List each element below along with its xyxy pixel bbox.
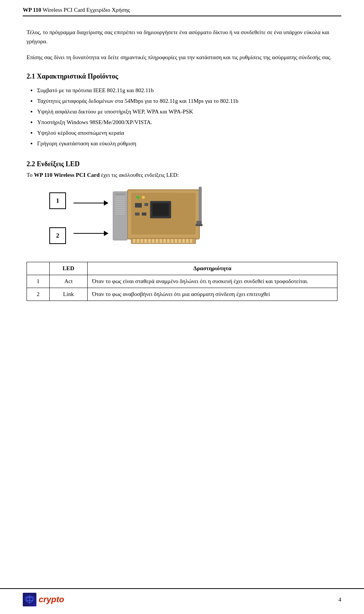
svg-rect-17	[115, 206, 125, 207]
svg-rect-27	[148, 239, 151, 243]
table-cell-led: Act	[50, 275, 88, 288]
footer-page-number: 4	[339, 597, 342, 603]
header-title-rest: Wireless PCI Card Εγχειρίδιο Χρήσης	[41, 7, 130, 13]
table-cell-desc: Όταν το φως είναι σταθερά αναμμένο δηλών…	[88, 275, 337, 288]
table-cell-number: 2	[27, 288, 50, 301]
svg-point-8	[136, 196, 140, 199]
led-intro-bold: WP 110 Wireless PCI Card	[34, 172, 99, 178]
svg-rect-32	[167, 239, 169, 243]
svg-rect-15	[115, 202, 125, 203]
svg-rect-25	[141, 239, 143, 243]
svg-rect-14	[115, 200, 125, 201]
svg-rect-24	[137, 239, 139, 243]
arrows-column	[74, 188, 108, 249]
svg-rect-12	[115, 197, 125, 197]
svg-rect-31	[163, 239, 166, 243]
svg-rect-21	[115, 214, 125, 214]
arrow-line-1	[74, 203, 104, 203]
svg-rect-6	[135, 213, 140, 216]
arrow-1	[74, 200, 108, 206]
svg-rect-29	[156, 239, 158, 243]
section2-title: 2.2 Ενδείξεις LED	[27, 160, 337, 168]
svg-rect-19	[115, 210, 125, 211]
feature-bullet: Υψηλού κέρδους αποσπώμενη κεραία	[30, 128, 337, 137]
svg-rect-23	[133, 239, 135, 243]
led-table: LED Δραστηριότητα 1ActΌταν το φως είναι …	[27, 262, 337, 301]
arrow-2	[74, 231, 108, 236]
led-intro-text: Το WP 110 Wireless PCI Card έχει τις ακό…	[27, 172, 337, 178]
svg-rect-28	[152, 239, 154, 243]
feature-bullet: Γρήγορη εγκατάσταση και εύκολη ρύθμιση	[30, 139, 337, 148]
svg-point-9	[142, 196, 145, 199]
table-col-activity: Δραστηριότητα	[88, 262, 337, 275]
svg-rect-13	[115, 198, 125, 199]
table-cell-led: Link	[50, 288, 88, 301]
arrowhead-2	[104, 231, 108, 236]
footer-logo-text: crypto	[39, 595, 64, 605]
crypto-shield-icon	[24, 594, 35, 605]
intro-para2: Επίσης σας δίνει τη δυνατότητα να δείτε …	[27, 53, 337, 62]
svg-rect-39	[199, 187, 202, 223]
main-content: Τέλος, το πρόγραμμα διαχείρισης σας επιτ…	[23, 28, 341, 301]
svg-rect-30	[160, 239, 162, 243]
led-labels-column: 1 2	[49, 192, 66, 244]
diagram-area: 1 2	[49, 186, 337, 250]
table-col-number	[27, 262, 50, 275]
svg-rect-35	[179, 239, 181, 243]
svg-rect-11	[115, 194, 125, 195]
svg-rect-38	[190, 239, 192, 243]
svg-rect-33	[171, 239, 173, 243]
table-row: 2LinkΌταν το φως αναβοσβήνει δηλώνει ότι…	[27, 288, 337, 301]
svg-rect-20	[115, 212, 125, 213]
svg-rect-26	[144, 239, 147, 243]
led-label-2: 2	[49, 227, 66, 244]
svg-rect-41	[196, 224, 202, 226]
feature-bullet: Ταχύτητες μεταφοράς δεδομένων στα 54Mbps…	[30, 96, 337, 105]
arrow-line-2	[74, 233, 104, 234]
page: WP 110 Wireless PCI Card Εγχειρίδιο Χρήσ…	[0, 0, 364, 614]
table-row: 1ActΌταν το φως είναι σταθερά αναμμένο δ…	[27, 275, 337, 288]
svg-rect-7	[142, 213, 146, 216]
svg-rect-34	[175, 239, 177, 243]
crypto-logo-icon	[23, 593, 36, 606]
table-col-led: LED	[50, 262, 88, 275]
header-title-bold: WP 110	[23, 7, 41, 13]
features-list: Συμβατό με τα πρότυπα IEEE 802.11g και 8…	[27, 86, 337, 148]
feature-bullet: Υποστήριξη Windows 98SE/Me/2000/XP/VISTA…	[30, 118, 337, 127]
section1-title: 2.1 Χαρακτηριστικά Προϊόντος	[27, 72, 337, 80]
intro-para1: Τέλος, το πρόγραμμα διαχείρισης σας επιτ…	[27, 28, 337, 46]
arrowhead-1	[104, 200, 108, 206]
svg-rect-3	[152, 203, 169, 216]
page-footer: crypto 4	[0, 588, 364, 606]
table-cell-number: 1	[27, 275, 50, 288]
footer-logo: crypto	[23, 593, 64, 606]
feature-bullet: Συμβατό με τα πρότυπα IEEE 802.11g και 8…	[30, 86, 337, 95]
svg-rect-4	[135, 203, 142, 208]
feature-bullet: Υψηλή ασφάλεια δικτύου με υποστήριξη WEP…	[30, 107, 337, 116]
svg-rect-5	[144, 203, 148, 206]
led-label-1: 1	[49, 192, 66, 209]
svg-rect-37	[186, 239, 188, 243]
svg-rect-16	[115, 204, 125, 205]
page-header: WP 110 Wireless PCI Card Εγχειρίδιο Χρήσ…	[23, 0, 341, 16]
svg-rect-18	[115, 208, 125, 209]
table-cell-desc: Όταν το φως αναβοσβήνει δηλώνει ότι μια …	[88, 288, 337, 301]
header-title: WP 110 Wireless PCI Card Εγχειρίδιο Χρήσ…	[23, 7, 130, 13]
pci-card-illustration	[112, 186, 203, 250]
svg-rect-36	[182, 239, 185, 243]
